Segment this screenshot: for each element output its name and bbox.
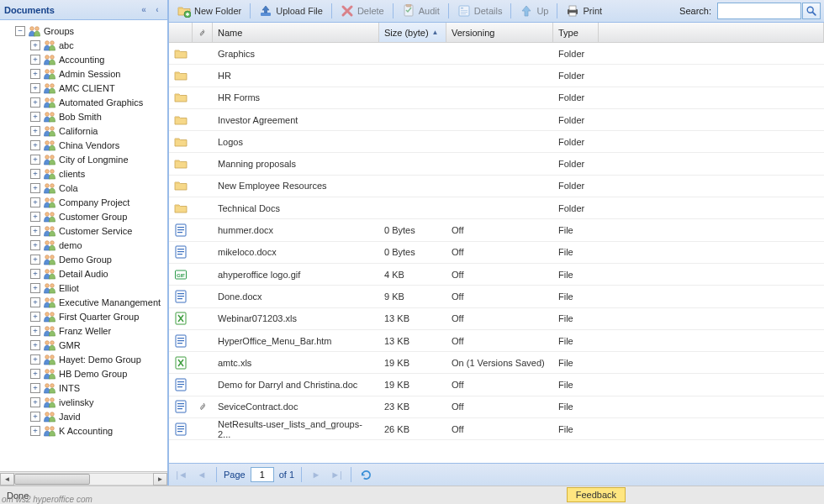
table-row[interactable]: New Employee ResourcesFolder <box>169 176 824 197</box>
tree-item[interactable]: +K Accounting <box>3 423 167 438</box>
tree-item[interactable]: +Bob Smith <box>3 109 167 123</box>
tree-toggle-plus[interactable]: + <box>30 169 40 179</box>
details-button[interactable]: Details <box>452 2 508 20</box>
audit-button[interactable]: Audit <box>397 2 445 20</box>
scroll-right-icon[interactable]: ► <box>153 473 167 486</box>
collapse-right-icon[interactable]: ‹ <box>151 4 163 16</box>
table-row[interactable]: amtc.xls19 KBOn (1 Versions Saved)File <box>169 352 824 374</box>
tree-item[interactable]: +Accounting <box>3 52 167 66</box>
table-row[interactable]: HRFolder <box>169 65 824 87</box>
column-size[interactable]: Size (byte)▲ <box>379 23 446 42</box>
tree-toggle-plus[interactable]: + <box>30 226 40 236</box>
tree-toggle-plus[interactable]: + <box>30 383 40 393</box>
tree-toggle-plus[interactable]: + <box>30 97 40 108</box>
tree-toggle-plus[interactable]: + <box>30 412 40 422</box>
tree-item[interactable]: +Company Project <box>3 195 167 209</box>
tree-item[interactable]: +Customer Service <box>3 223 167 238</box>
table-row[interactable]: Investor AgreementFolder <box>169 109 824 131</box>
tree-item[interactable]: +clients <box>3 166 167 181</box>
tree-item[interactable]: +Hayet: Demo Group <box>3 352 167 366</box>
new-folder-button[interactable]: New Folder <box>172 2 246 20</box>
sidebar-hscroll[interactable]: ◄ ► <box>0 471 167 486</box>
table-row[interactable]: HyperOffice_Menu_Bar.htm13 KBOffFile <box>169 330 824 352</box>
column-type[interactable]: Type <box>553 23 599 42</box>
tree-toggle-plus[interactable]: + <box>30 326 40 336</box>
page-prev-button[interactable]: ◄ <box>194 467 209 482</box>
tree-item[interactable]: +Elliot <box>3 281 167 295</box>
tree-toggle-plus[interactable]: + <box>30 69 40 79</box>
table-row[interactable]: SeviceContract.doc23 KBOffFile <box>169 396 824 418</box>
tree-item[interactable]: +First Quarter Group <box>3 309 167 323</box>
column-checkbox[interactable] <box>169 23 193 42</box>
tree-item[interactable]: +Javid <box>3 409 167 423</box>
tree-toggle-plus[interactable]: + <box>30 183 40 193</box>
table-row[interactable]: Manning proposalsFolder <box>169 153 824 175</box>
tree-item[interactable]: +Admin Session <box>3 66 167 81</box>
table-row[interactable]: Technical DocsFolder <box>169 197 824 219</box>
tree-toggle-plus[interactable]: + <box>30 140 40 150</box>
up-button[interactable]: Up <box>515 2 553 20</box>
tree-item[interactable]: +Franz Weller <box>3 323 167 338</box>
tree-toggle-plus[interactable]: + <box>30 426 40 436</box>
refresh-button[interactable] <box>358 467 373 482</box>
page-first-button[interactable]: |◄ <box>174 467 189 482</box>
table-row[interactable]: NetResults-user_lists_and_groups-2...26 … <box>169 418 824 440</box>
tree-toggle-plus[interactable]: + <box>30 397 40 407</box>
tree-toggle-plus[interactable]: + <box>30 240 40 250</box>
table-row[interactable]: ahyperoffice logo.gif4 KBOffFile <box>169 264 824 286</box>
search-input[interactable] <box>717 3 801 19</box>
tree-item[interactable]: +California <box>3 123 167 138</box>
table-row[interactable]: GraphicsFolder <box>169 43 824 65</box>
tree-toggle-plus[interactable]: + <box>30 297 40 307</box>
search-button[interactable] <box>802 3 821 19</box>
table-row[interactable]: hummer.docx0 BytesOffFile <box>169 219 824 241</box>
tree-toggle-plus[interactable]: + <box>30 255 40 265</box>
tree-toggle-plus[interactable]: + <box>30 40 40 50</box>
tree-item[interactable]: +abc <box>3 38 167 52</box>
scroll-left-icon[interactable]: ◄ <box>0 473 14 486</box>
tree-item[interactable]: +Customer Group <box>3 209 167 223</box>
tree-item[interactable]: +AMC CLIENT <box>3 81 167 95</box>
table-row[interactable]: Demo for Darryl and Christina.doc19 KBOf… <box>169 374 824 396</box>
column-versioning[interactable]: Versioning <box>446 23 553 42</box>
tree-item[interactable]: +Detail Audio <box>3 266 167 281</box>
tree-toggle-plus[interactable]: + <box>30 112 40 122</box>
tree-toggle-plus[interactable]: + <box>30 212 40 222</box>
page-input[interactable] <box>251 467 274 482</box>
table-row[interactable]: Done.docx9 KBOffFile <box>169 286 824 307</box>
delete-button[interactable]: Delete <box>335 2 389 20</box>
column-attachment[interactable] <box>193 23 213 42</box>
page-last-button[interactable]: ►| <box>329 467 344 482</box>
tree-toggle-plus[interactable]: + <box>30 369 40 379</box>
tree-item[interactable]: +Demo Group <box>3 252 167 266</box>
collapse-left-icon[interactable]: « <box>138 4 150 16</box>
tree-item[interactable]: +ivelinsky <box>3 395 167 409</box>
table-row[interactable]: LogosFolder <box>169 131 824 153</box>
page-next-button[interactable]: ► <box>309 467 324 482</box>
tree-toggle-minus[interactable]: − <box>15 26 25 36</box>
tree-toggle-plus[interactable]: + <box>30 55 40 65</box>
table-row[interactable]: mikeloco.docx0 BytesOffFile <box>169 242 824 264</box>
tree-item[interactable]: +GMR <box>3 338 167 352</box>
tree-toggle-plus[interactable]: + <box>30 83 40 93</box>
tree-item[interactable]: +City of Longmine <box>3 152 167 166</box>
upload-file-button[interactable]: Upload File <box>254 2 328 20</box>
column-name[interactable]: Name <box>213 23 379 42</box>
tree-root[interactable]: − Groups <box>3 24 167 38</box>
print-button[interactable]: Print <box>561 2 607 20</box>
tree-item[interactable]: +Automated Graphics <box>3 95 167 109</box>
table-row[interactable]: Webinar071203.xls13 KBOffFile <box>169 308 824 330</box>
feedback-button[interactable]: Feedback <box>567 487 626 502</box>
tree-toggle-plus[interactable]: + <box>30 126 40 136</box>
tree-item[interactable]: +HB Demo Group <box>3 366 167 381</box>
scroll-track[interactable] <box>14 473 153 486</box>
tree-item[interactable]: +INTS <box>3 381 167 395</box>
tree-toggle-plus[interactable]: + <box>30 155 40 165</box>
scroll-thumb[interactable] <box>14 474 90 485</box>
tree-toggle-plus[interactable]: + <box>30 269 40 279</box>
tree-toggle-plus[interactable]: + <box>30 197 40 207</box>
tree-toggle-plus[interactable]: + <box>30 283 40 293</box>
tree-toggle-plus[interactable]: + <box>30 312 40 322</box>
tree-item[interactable]: +demo <box>3 238 167 252</box>
tree-toggle-plus[interactable]: + <box>30 340 40 350</box>
